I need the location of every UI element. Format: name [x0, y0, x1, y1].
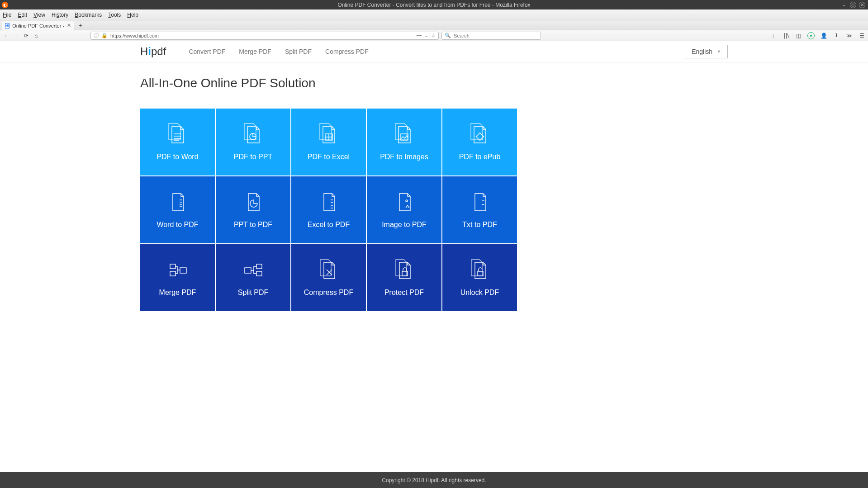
menu-history[interactable]: History: [52, 12, 68, 18]
close-window-icon[interactable]: ✕: [859, 2, 865, 8]
split-icon: [243, 259, 264, 281]
compress-icon: [318, 259, 339, 281]
tile-compress-pdf[interactable]: Compress PDF: [291, 244, 366, 311]
tab-active[interactable]: HI Online PDF Converter - Co... ✕: [2, 21, 74, 30]
tile-label: PDF to Word: [157, 153, 198, 161]
tile-label: PDF to PPT: [234, 153, 272, 161]
search-icon: 🔍: [445, 33, 451, 38]
menu-bookmarks[interactable]: Bookmarks: [75, 12, 102, 18]
tile-word-to-pdf[interactable]: Word to PDF: [140, 176, 215, 243]
tile-pdf-to-word[interactable]: PDF to Word: [140, 109, 215, 175]
document-text-icon: [167, 123, 188, 146]
back-button[interactable]: ←: [3, 32, 10, 39]
tile-label: Word to PDF: [157, 221, 198, 229]
site-header: Hipdf Convert PDF Merge PDF Split PDF Co…: [0, 41, 868, 62]
svg-rect-24: [245, 268, 251, 273]
tile-label: Protect PDF: [384, 289, 424, 297]
lock-closed-icon: [394, 259, 415, 281]
svg-rect-22: [170, 271, 175, 276]
document-word-icon: [167, 191, 188, 213]
menu-file[interactable]: File: [3, 12, 11, 18]
page-actions-icon[interactable]: •••: [416, 33, 422, 38]
hamburger-menu-icon[interactable]: ☰: [858, 32, 865, 39]
tools-grid: PDF to Word PDF to PPT PDF to Excel PDF …: [140, 109, 728, 311]
menu-view[interactable]: View: [33, 12, 45, 18]
language-label: English: [692, 48, 712, 55]
page-content: Hipdf Convert PDF Merge PDF Split PDF Co…: [0, 41, 868, 472]
bookmark-star-icon[interactable]: ☆: [431, 33, 436, 38]
document-image-icon: [394, 123, 415, 146]
document-excel-icon: [318, 191, 339, 213]
lock-open-icon: [470, 259, 490, 281]
site-nav: Convert PDF Merge PDF Split PDF Compress…: [189, 48, 368, 55]
document-epub-icon: [470, 123, 490, 146]
overflow-icon[interactable]: ≫: [845, 32, 853, 39]
new-tab-button[interactable]: +: [76, 21, 85, 30]
language-selector[interactable]: English ▼: [685, 45, 728, 58]
tab-title: Online PDF Converter - Co...: [12, 23, 64, 28]
maximize-icon[interactable]: ◇: [850, 2, 856, 8]
url-bar[interactable]: ⓘ 🔒 https://www.hipdf.com ••• ⌄ ☆: [90, 32, 439, 40]
tile-pdf-to-epub[interactable]: PDF to ePub: [442, 109, 517, 175]
document-chart-icon: [243, 123, 264, 146]
nav-convert-pdf[interactable]: Convert PDF: [189, 48, 225, 55]
reload-button[interactable]: ⟳: [23, 32, 30, 39]
sidebar-icon[interactable]: ◫: [795, 32, 802, 39]
document-ppt-icon: [243, 191, 264, 213]
url-text: https://www.hipdf.com: [110, 33, 413, 38]
tile-label: Excel to PDF: [308, 221, 350, 229]
nav-merge-pdf[interactable]: Merge PDF: [239, 48, 271, 55]
tile-excel-to-pdf[interactable]: Excel to PDF: [291, 176, 366, 243]
tile-protect-pdf[interactable]: Protect PDF: [367, 244, 441, 311]
tile-label: Split PDF: [238, 289, 269, 297]
svg-point-18: [406, 200, 408, 202]
site-logo[interactable]: Hipdf: [140, 45, 166, 58]
menu-tools[interactable]: Tools: [108, 12, 121, 18]
nav-split-pdf[interactable]: Split PDF: [285, 48, 312, 55]
merge-icon: [167, 259, 188, 281]
tile-label: PPT to PDF: [234, 221, 272, 229]
tab-close-icon[interactable]: ✕: [67, 23, 71, 28]
menu-edit[interactable]: Edit: [18, 12, 27, 18]
tile-ppt-to-pdf[interactable]: PPT to PDF: [216, 176, 290, 243]
tab-favicon: HI: [5, 23, 9, 28]
tile-txt-to-pdf[interactable]: Txt to PDF: [442, 176, 517, 243]
firefox-icon: ◐: [2, 2, 8, 8]
library-icon[interactable]: ||\: [782, 32, 789, 39]
document-txt-icon: [470, 191, 490, 213]
info-icon[interactable]: ⓘ: [94, 32, 99, 39]
extension-blue-icon[interactable]: 👤: [820, 32, 827, 39]
window-controls: ⌄ ◇ ✕: [841, 2, 865, 8]
window-title: Online PDF Converter - Convert files to …: [337, 2, 530, 8]
lock-icon: 🔒: [101, 33, 108, 38]
extension-i-icon[interactable]: I: [833, 32, 840, 39]
extension-green-icon[interactable]: ●: [807, 32, 815, 39]
tile-pdf-to-ppt[interactable]: PDF to PPT: [216, 109, 290, 175]
tile-merge-pdf[interactable]: Merge PDF: [140, 244, 215, 311]
pocket-icon[interactable]: ⌄: [424, 33, 428, 38]
downloads-icon[interactable]: ↓: [769, 32, 777, 39]
document-image-in-icon: [394, 191, 415, 213]
tile-label: PDF to Images: [380, 153, 428, 161]
tile-split-pdf[interactable]: Split PDF: [216, 244, 290, 311]
tile-unlock-pdf[interactable]: Unlock PDF: [442, 244, 517, 311]
svg-rect-25: [256, 264, 262, 269]
forward-button[interactable]: →: [13, 32, 20, 39]
search-input[interactable]: [454, 33, 538, 38]
tab-bar: HI Online PDF Converter - Co... ✕ +: [0, 20, 868, 30]
minimize-icon[interactable]: ⌄: [841, 2, 847, 8]
chevron-down-icon: ▼: [717, 49, 721, 54]
search-bar[interactable]: 🔍: [441, 32, 541, 40]
tile-label: PDF to Excel: [308, 153, 350, 161]
tile-pdf-to-excel[interactable]: PDF to Excel: [291, 109, 366, 175]
tile-label: Image to PDF: [382, 221, 427, 229]
nav-compress-pdf[interactable]: Compress PDF: [325, 48, 369, 55]
browser-menubar: File Edit View History Bookmarks Tools H…: [0, 9, 868, 20]
home-button[interactable]: ⌂: [33, 32, 40, 39]
footer-text: Copyright © 2018 Hipdf. All rights reser…: [382, 477, 486, 483]
tile-image-to-pdf[interactable]: Image to PDF: [367, 176, 441, 243]
nav-toolbar: ← → ⟳ ⌂ ⓘ 🔒 https://www.hipdf.com ••• ⌄ …: [0, 30, 868, 41]
tile-pdf-to-images[interactable]: PDF to Images: [367, 109, 441, 175]
tile-label: Txt to PDF: [462, 221, 497, 229]
menu-help[interactable]: Help: [127, 12, 138, 18]
